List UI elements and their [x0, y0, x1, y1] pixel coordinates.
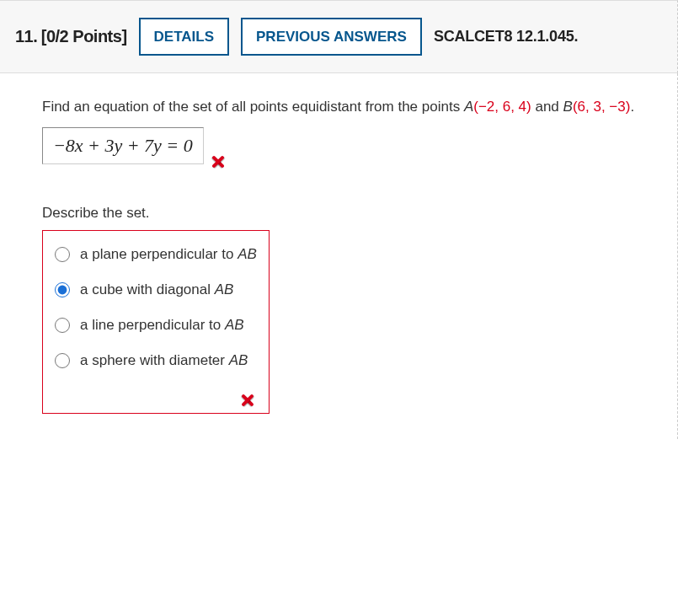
textbook-reference: SCALCET8 12.1.045. [434, 28, 578, 46]
radio-input[interactable] [55, 353, 70, 368]
option-label: a line perpendicular to AB [80, 317, 244, 334]
radio-option-sphere[interactable]: a sphere with diameter AB [55, 352, 257, 369]
details-button[interactable]: DETAILS [139, 18, 229, 56]
answer-row: −8x + 3y + 7y = 0 [42, 127, 662, 164]
radio-option-line[interactable]: a line perpendicular to AB [55, 317, 257, 334]
options-feedback [55, 388, 257, 406]
question-content: Find an equation of the set of all point… [0, 73, 678, 439]
radio-option-plane[interactable]: a plane perpendicular to AB [55, 246, 257, 263]
describe-label: Describe the set. [42, 205, 662, 222]
equation-answer-input[interactable]: −8x + 3y + 7y = 0 [42, 127, 204, 164]
option-label: a plane perpendicular to AB [80, 246, 257, 263]
option-label: a cube with diagonal AB [80, 281, 233, 298]
question-number: 11. [15, 27, 37, 46]
describe-options-box: a plane perpendicular to AB a cube with … [42, 230, 270, 414]
incorrect-icon [240, 393, 255, 408]
point-b-label: B [563, 99, 573, 115]
previous-answers-button[interactable]: PREVIOUS ANSWERS [241, 18, 422, 56]
radio-input[interactable] [55, 318, 70, 333]
incorrect-icon [211, 154, 226, 169]
prompt-prefix: Find an equation of the set of all point… [42, 99, 464, 115]
equation-answer-value: −8x + 3y + 7y = 0 [53, 135, 193, 156]
point-a-label: A [464, 99, 473, 115]
point-b-coords: (6, 3, −3) [573, 99, 631, 115]
option-label: a sphere with diameter AB [80, 352, 248, 369]
question-header: 11. [0/2 Points] DETAILS PREVIOUS ANSWER… [0, 0, 678, 73]
radio-option-cube[interactable]: a cube with diagonal AB [55, 281, 257, 298]
points-label: [0/2 Points] [41, 27, 127, 46]
question-prompt: Find an equation of the set of all point… [42, 99, 662, 115]
point-a-coords: (−2, 6, 4) [473, 99, 531, 115]
radio-input[interactable] [55, 247, 70, 262]
question-number-points: 11. [0/2 Points] [15, 27, 127, 46]
prompt-suffix: . [630, 99, 634, 115]
radio-input[interactable] [55, 282, 70, 297]
prompt-between: and [531, 99, 563, 115]
